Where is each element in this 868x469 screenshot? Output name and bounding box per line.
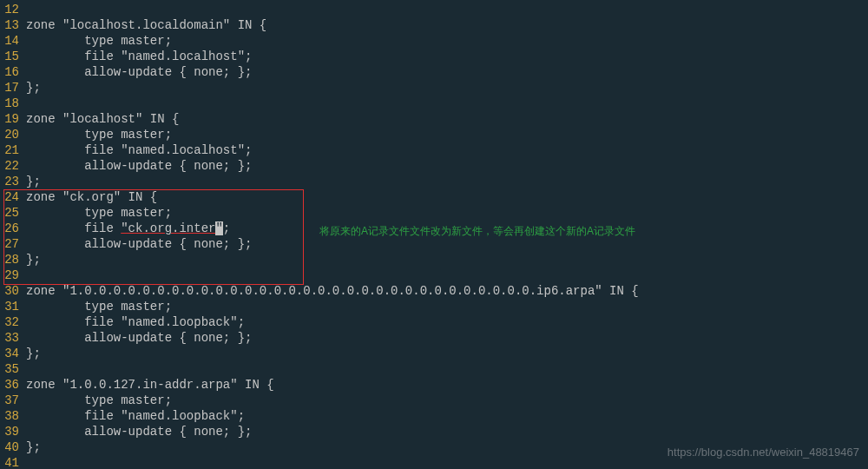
line-number: 27 [0, 236, 26, 252]
line-content[interactable]: type master; [26, 393, 172, 408]
line-content[interactable]: type master; [26, 205, 172, 221]
line-content[interactable]: file "named.localhost"; [26, 49, 252, 64]
line-content[interactable]: type master; [26, 33, 172, 49]
line-content[interactable]: file "named.loopback"; [26, 314, 245, 330]
line-content[interactable]: type master; [26, 127, 172, 142]
line-content[interactable]: allow-update { none; }; [26, 158, 252, 174]
code-line[interactable]: 15 file "named.localhost"; [0, 49, 868, 64]
code-line[interactable]: 21 file "named.localhost"; [0, 142, 868, 158]
line-content[interactable]: file "named.localhost"; [26, 142, 252, 158]
line-content[interactable]: file "ck.org.inter"; [26, 221, 230, 236]
line-number: 28 [0, 252, 26, 268]
line-number: 22 [0, 158, 26, 174]
line-content[interactable]: }; [26, 252, 41, 268]
line-content[interactable]: allow-update { none; }; [26, 236, 252, 252]
line-number: 40 [0, 439, 26, 455]
line-number: 32 [0, 314, 26, 330]
code-line[interactable]: 32 file "named.loopback"; [0, 314, 868, 330]
line-number: 21 [0, 142, 26, 158]
code-line[interactable]: 34}; [0, 346, 868, 361]
code-line[interactable]: 22 allow-update { none; }; [0, 158, 868, 174]
line-number: 41 [0, 455, 26, 469]
annotation-text: 将原来的A记录文件文件改为新文件，等会再创建这个新的A记录文件 [319, 224, 635, 239]
line-content[interactable]: zone "1.0.0.0.0.0.0.0.0.0.0.0.0.0.0.0.0.… [26, 283, 639, 299]
line-number: 30 [0, 283, 26, 299]
line-number: 31 [0, 299, 26, 314]
line-content[interactable]: zone "ck.org" IN { [26, 189, 157, 205]
line-content[interactable]: zone "1.0.0.127.in-addr.arpa" IN { [26, 377, 274, 393]
code-line[interactable]: 13zone "localhost.localdomain" IN { [0, 17, 868, 33]
line-number: 36 [0, 377, 26, 393]
code-line[interactable]: 28}; [0, 252, 868, 268]
line-number: 17 [0, 80, 26, 96]
line-number: 25 [0, 205, 26, 221]
code-line[interactable]: 24zone "ck.org" IN { [0, 189, 868, 205]
line-content[interactable]: }; [26, 346, 41, 361]
code-line[interactable]: 25 type master; [0, 205, 868, 221]
cursor: " [215, 221, 222, 235]
line-content[interactable]: }; [26, 174, 41, 189]
line-number: 29 [0, 268, 26, 283]
line-content[interactable]: zone "localhost" IN { [26, 111, 179, 127]
line-number: 38 [0, 408, 26, 424]
code-line[interactable]: 14 type master; [0, 33, 868, 49]
line-number: 23 [0, 174, 26, 189]
line-number: 24 [0, 189, 26, 205]
code-line[interactable]: 23}; [0, 174, 868, 189]
line-number: 13 [0, 17, 26, 33]
code-line[interactable]: 35 [0, 361, 868, 377]
code-line[interactable]: 30zone "1.0.0.0.0.0.0.0.0.0.0.0.0.0.0.0.… [0, 283, 868, 299]
line-content[interactable]: }; [26, 80, 41, 96]
line-number: 34 [0, 346, 26, 361]
line-content[interactable]: allow-update { none; }; [26, 64, 252, 80]
watermark: https://blog.csdn.net/weixin_48819467 [667, 446, 859, 459]
line-content[interactable]: file "named.loopback"; [26, 408, 245, 424]
line-number: 15 [0, 49, 26, 64]
code-line[interactable]: 33 allow-update { none; }; [0, 330, 868, 346]
line-content[interactable]: }; [26, 439, 41, 455]
code-line[interactable]: 12 [0, 2, 868, 17]
line-number: 19 [0, 111, 26, 127]
code-line[interactable]: 36zone "1.0.0.127.in-addr.arpa" IN { [0, 377, 868, 393]
line-content[interactable]: allow-update { none; }; [26, 330, 252, 346]
line-number: 16 [0, 64, 26, 80]
line-number: 37 [0, 393, 26, 408]
line-number: 35 [0, 361, 26, 377]
code-line[interactable]: 37 type master; [0, 393, 868, 408]
line-content[interactable]: type master; [26, 299, 172, 314]
code-line[interactable]: 31 type master; [0, 299, 868, 314]
line-number: 26 [0, 221, 26, 236]
code-line[interactable]: 38 file "named.loopback"; [0, 408, 868, 424]
line-content[interactable]: allow-update { none; }; [26, 424, 252, 439]
underlined-text: "ck.org.inter [121, 221, 215, 235]
line-number: 33 [0, 330, 26, 346]
line-content[interactable]: zone "localhost.localdomain" IN { [26, 17, 266, 33]
code-line[interactable]: 19zone "localhost" IN { [0, 111, 868, 127]
line-number: 14 [0, 33, 26, 49]
code-line[interactable]: 20 type master; [0, 127, 868, 142]
line-number: 18 [0, 96, 26, 111]
line-number: 39 [0, 424, 26, 439]
code-line[interactable]: 29 [0, 268, 868, 283]
code-line[interactable]: 18 [0, 96, 868, 111]
code-line[interactable]: 39 allow-update { none; }; [0, 424, 868, 439]
code-line[interactable]: 16 allow-update { none; }; [0, 64, 868, 80]
line-number: 20 [0, 127, 26, 142]
line-number: 12 [0, 2, 26, 17]
code-line[interactable]: 17}; [0, 80, 868, 96]
